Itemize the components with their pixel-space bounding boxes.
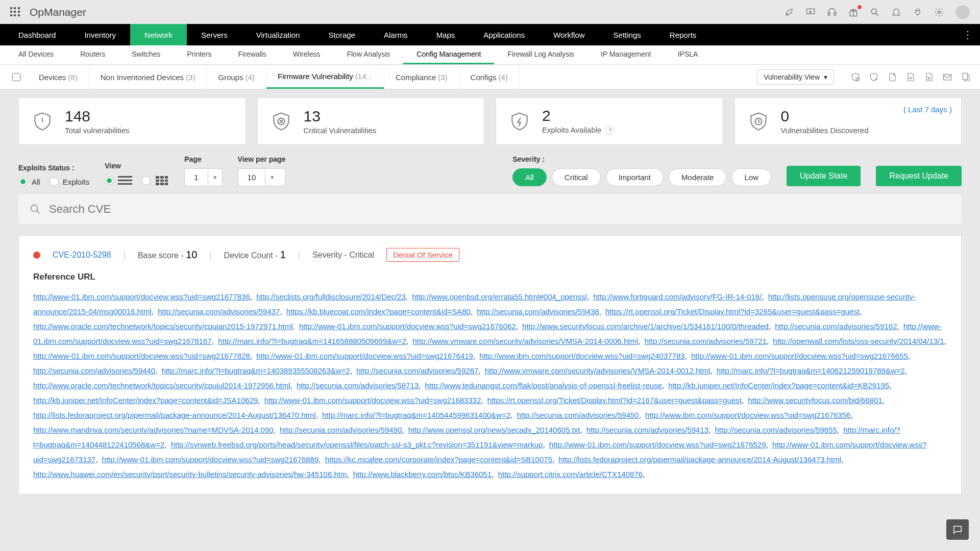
severity-pill-all[interactable]: All xyxy=(512,168,547,186)
page-dropdown[interactable]: 1▾ xyxy=(184,168,222,186)
reference-link[interactable]: http://kb.juniper.net/InfoCenter/index?p… xyxy=(668,381,889,390)
search-icon[interactable] xyxy=(870,7,880,17)
reference-link[interactable]: http://www.ibm.com/support/docview.wss?u… xyxy=(479,352,684,360)
shield-x-icon[interactable] xyxy=(869,72,879,82)
reference-link[interactable]: http://www-01.ibm.com/support/docview.ws… xyxy=(549,440,766,449)
reference-link[interactable]: https://kb.bluecoat.com/index?page=conte… xyxy=(286,307,471,316)
radio-view-grid[interactable] xyxy=(141,175,169,186)
rocket-icon[interactable] xyxy=(784,7,794,17)
reference-link[interactable]: http://www.tedunangst.com/flak/post/anal… xyxy=(425,381,662,390)
reference-link[interactable]: http://secunia.com/advisories/59450 xyxy=(517,411,639,419)
subnav-routers[interactable]: Routers xyxy=(67,45,118,64)
tab-firmware-vulnerability[interactable]: Firmware Vulnerability (14... xyxy=(266,65,384,89)
subnav-ip-management[interactable]: IP Management xyxy=(587,45,665,64)
reference-link[interactable]: http://secunia.com/advisories/59413 xyxy=(586,425,708,434)
reference-link[interactable]: http://www.oracle.com/technetwork/topics… xyxy=(33,381,290,390)
tab-configs[interactable]: Configs (4) xyxy=(459,65,520,89)
reference-link[interactable]: http://support.citrix.com/article/CTX140… xyxy=(498,470,643,479)
reference-link[interactable]: http://www-01.ibm.com/support/docview.ws… xyxy=(33,292,250,301)
severity-pill-important[interactable]: Important xyxy=(606,168,664,186)
select-all-checkbox[interactable] xyxy=(5,65,28,89)
reference-link[interactable]: http://secunia.com/advisories/59162 xyxy=(775,322,897,331)
reference-link[interactable]: http://secunia.com/advisories/59721 xyxy=(645,337,767,345)
reference-link[interactable]: http://www.securityfocus.com/bid/66801 xyxy=(748,396,882,405)
nav-reports[interactable]: Reports xyxy=(655,24,711,45)
reference-link[interactable]: http://www.fortiguard.com/advisory/FG-IR… xyxy=(593,292,762,301)
nav-inventory[interactable]: Inventory xyxy=(70,24,130,45)
reference-link[interactable]: http://secunia.com/advisories/59490 xyxy=(280,425,402,434)
last-7-days-link[interactable]: ( Last 7 days ) xyxy=(903,105,952,114)
reference-link[interactable]: http://www.mandriva.com/security/advisor… xyxy=(33,425,274,434)
gift-icon[interactable] xyxy=(848,7,859,17)
tab-groups[interactable]: Groups (4) xyxy=(207,65,266,89)
nav-workflow[interactable]: Workflow xyxy=(539,24,599,45)
nav-dashboard[interactable]: Dashboard xyxy=(4,24,70,45)
nav-applications[interactable]: Applications xyxy=(469,24,539,45)
severity-pill-critical[interactable]: Critical xyxy=(552,168,601,186)
nav-storage[interactable]: Storage xyxy=(314,24,370,45)
mail-icon[interactable] xyxy=(942,72,952,82)
severity-pill-moderate[interactable]: Moderate xyxy=(669,168,726,186)
reference-link[interactable]: http://secunia.com/advisories/59437 xyxy=(158,307,280,316)
nav-maps[interactable]: Maps xyxy=(422,24,470,45)
pdf-icon[interactable] xyxy=(887,72,897,82)
tab-compliance[interactable]: Compliance (3) xyxy=(384,65,459,89)
severity-pill-low[interactable]: Low xyxy=(731,168,771,186)
subnav-all-devices[interactable]: All Devices xyxy=(5,45,67,64)
subnav-config-management[interactable]: Config Management xyxy=(403,45,494,64)
reference-link[interactable]: https://kc.mcafee.com/corporate/index?pa… xyxy=(325,455,552,464)
reference-link[interactable]: http://kb.juniper.net/InfoCenter/index?p… xyxy=(33,396,258,405)
cve-id-link[interactable]: CVE-2010-5298 xyxy=(53,251,111,260)
reference-link[interactable]: http://openwall.com/lists/oss-security/2… xyxy=(773,337,944,345)
nav-network[interactable]: Network xyxy=(130,24,187,45)
nav-servers[interactable]: Servers xyxy=(187,24,242,45)
reference-link[interactable]: http://secunia.com/advisories/59438 xyxy=(477,307,599,316)
presentation-icon[interactable] xyxy=(805,7,816,17)
radio-exploits-all[interactable]: All xyxy=(18,177,40,186)
copy-icon[interactable] xyxy=(961,72,971,82)
reference-link[interactable]: https://rt.openssl.org/Ticket/Display.ht… xyxy=(605,307,860,316)
shield-check-icon[interactable] xyxy=(850,72,861,82)
reference-link[interactable]: http://www-01.ibm.com/support/docview.ws… xyxy=(256,352,473,360)
reference-link[interactable]: http://lists.fedoraproject.org/pipermail… xyxy=(33,411,316,419)
subnav-ipsla[interactable]: IPSLA xyxy=(665,45,712,64)
nav-settings[interactable]: Settings xyxy=(599,24,655,45)
reference-link[interactable]: http://www.ibm.com/support/docview.wss?u… xyxy=(645,411,850,419)
tab-devices[interactable]: Devices (8) xyxy=(28,65,89,89)
nav-more-icon[interactable]: ⋮ xyxy=(963,24,973,45)
reference-link[interactable]: http://secunia.com/advisories/59440 xyxy=(33,366,155,375)
subnav-switches[interactable]: Switches xyxy=(118,45,174,64)
reference-link[interactable]: http://marc.info/?l=bugtraq&m=1416588805… xyxy=(218,337,406,345)
reference-link[interactable]: http://www.huawei.com/en/security/psirt/… xyxy=(33,470,347,479)
reference-link[interactable]: http://www.blackberry.com/btsc/KB36051 xyxy=(353,470,492,479)
reference-link[interactable]: http://seclists.org/fulldisclosure/2014/… xyxy=(256,292,406,301)
avatar[interactable] xyxy=(955,5,970,19)
reference-link[interactable]: http://www.vmware.com/security/advisorie… xyxy=(413,337,639,345)
reference-link[interactable]: http://secunia.com/advisories/59287 xyxy=(356,366,478,375)
apps-launcher-icon[interactable] xyxy=(10,7,20,17)
reference-link[interactable]: http://www-01.ibm.com/support/docview.ws… xyxy=(299,322,516,331)
vulnerability-view-dropdown[interactable]: Vulnerability View ▾ xyxy=(757,69,834,85)
nav-virtualization[interactable]: Virtualization xyxy=(242,24,314,45)
tab-non-inventoried-devices[interactable]: Non Inventoried Devices (3) xyxy=(89,65,207,89)
chat-fab-button[interactable] xyxy=(946,519,969,540)
reference-link[interactable]: http://marc.info/?l=bugtraq&m=1406212590… xyxy=(717,366,905,375)
xls-icon[interactable] xyxy=(924,72,934,82)
reference-link[interactable]: http://www.vmware.com/security/advisorie… xyxy=(485,366,710,375)
nav-alarms[interactable]: Alarms xyxy=(370,24,422,45)
help-icon[interactable]: ? xyxy=(605,126,615,135)
reference-link[interactable]: http://www-01.ibm.com/support/docview.ws… xyxy=(264,396,481,405)
reference-link[interactable]: http://www.openssl.org/news/secadv_20140… xyxy=(408,425,580,434)
radio-view-list[interactable] xyxy=(105,175,132,186)
reference-link[interactable]: http://www.openbsd.org/errata55.html#004… xyxy=(412,292,587,301)
subnav-wireless[interactable]: Wireless xyxy=(280,45,334,64)
reference-link[interactable]: http://www-01.ibm.com/support/docview.ws… xyxy=(33,352,250,360)
subnav-firewalls[interactable]: Firewalls xyxy=(225,45,280,64)
headset-icon[interactable] xyxy=(827,7,837,17)
update-state-button[interactable]: Update State xyxy=(787,166,861,186)
reference-link[interactable]: http://lists.fedoraproject.org/pipermail… xyxy=(558,455,841,464)
reference-link[interactable]: http://www.oracle.com/technetwork/topics… xyxy=(33,322,293,331)
reference-link[interactable]: http://secunia.com/advisories/59655 xyxy=(715,425,837,434)
reference-link[interactable]: http://www.securityfocus.com/archive/1/a… xyxy=(522,322,769,331)
reference-link[interactable]: http://svnweb.freebsd.org/ports/head/sec… xyxy=(171,440,543,449)
